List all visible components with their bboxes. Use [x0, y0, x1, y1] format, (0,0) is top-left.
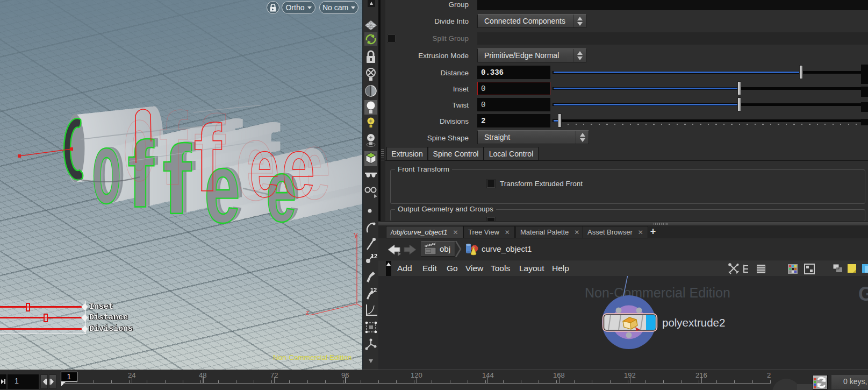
svg-text:f: f	[193, 105, 222, 210]
svg-text:f: f	[159, 92, 188, 207]
svg-text:polyextrude2: polyextrude2	[662, 316, 725, 329]
svg-text:y: y	[354, 231, 358, 239]
svg-text:e: e	[249, 120, 279, 214]
svg-text:12: 12	[370, 287, 377, 293]
svg-text:e: e	[282, 121, 315, 214]
svg-text:z: z	[305, 309, 310, 317]
svg-text:o: o	[123, 79, 155, 204]
svg-text:12: 12	[371, 253, 377, 259]
